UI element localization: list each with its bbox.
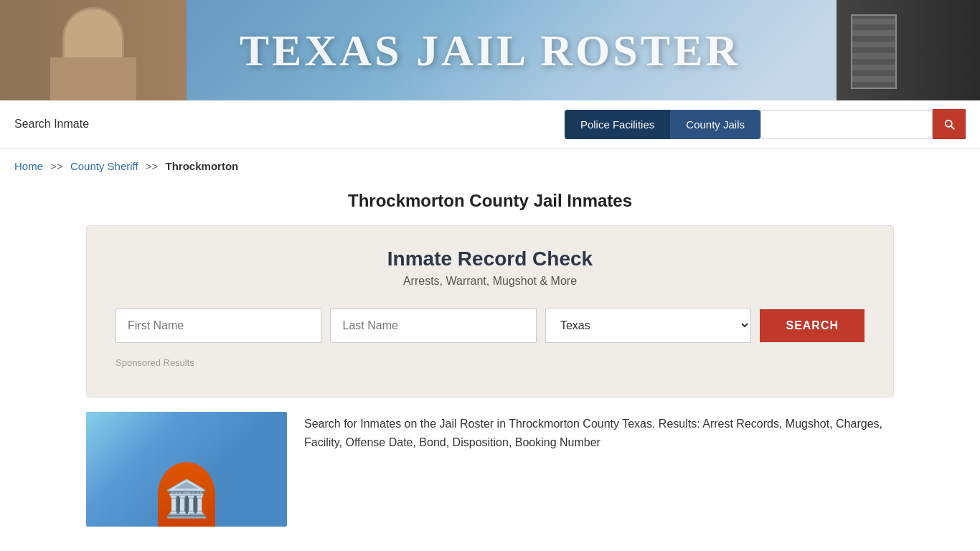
state-select[interactable]: AlabamaAlaskaArizonaArkansasCaliforniaCo…: [545, 308, 751, 343]
facility-search-input[interactable]: [760, 110, 933, 138]
banner-title: Texas Jail Roster: [240, 25, 741, 76]
first-name-input[interactable]: [116, 309, 321, 343]
county-jails-button[interactable]: County Jails: [670, 110, 760, 139]
breadcrumb: Home >> County Sheriff >> Throckmorton: [0, 149, 980, 184]
search-inmate-label: Search Inmate: [14, 118, 89, 130]
record-check-subtitle: Arrests, Warrant, Mugshot & More: [116, 275, 864, 288]
bottom-courthouse-image: [86, 412, 287, 527]
police-facilities-button[interactable]: Police Facilities: [565, 110, 670, 139]
navbar-left: Search Inmate: [14, 118, 565, 131]
breadcrumb-current: Throckmorton: [166, 160, 239, 172]
breadcrumb-separator-1: >>: [50, 160, 63, 172]
record-check-box: Inmate Record Check Arrests, Warrant, Mu…: [86, 225, 894, 397]
page-title: Throckmorton County Jail Inmates: [14, 191, 966, 211]
breadcrumb-home[interactable]: Home: [14, 160, 43, 172]
capitol-image: [0, 0, 187, 100]
record-check-title: Inmate Record Check: [116, 248, 864, 270]
breadcrumb-separator-2: >>: [146, 160, 159, 172]
record-search-button[interactable]: SEARCH: [760, 309, 864, 342]
last-name-input[interactable]: [330, 309, 536, 343]
sponsored-results-label: Sponsored Results: [116, 357, 864, 368]
header-banner: Texas Jail Roster: [0, 0, 980, 100]
page-title-section: Throckmorton County Jail Inmates: [0, 184, 980, 225]
bottom-section: Search for Inmates on the Jail Roster in…: [86, 412, 894, 541]
search-form: AlabamaAlaskaArizonaArkansasCaliforniaCo…: [116, 308, 864, 343]
search-icon: [943, 118, 956, 131]
breadcrumb-county-sheriff[interactable]: County Sheriff: [70, 160, 138, 172]
bottom-description: Search for Inmates on the Jail Roster in…: [304, 412, 894, 527]
navbar: Search Inmate Police Facilities County J…: [0, 100, 980, 149]
facility-search-button[interactable]: [933, 109, 966, 139]
navbar-right: Police Facilities County Jails: [565, 109, 966, 139]
jail-image: [837, 0, 980, 100]
